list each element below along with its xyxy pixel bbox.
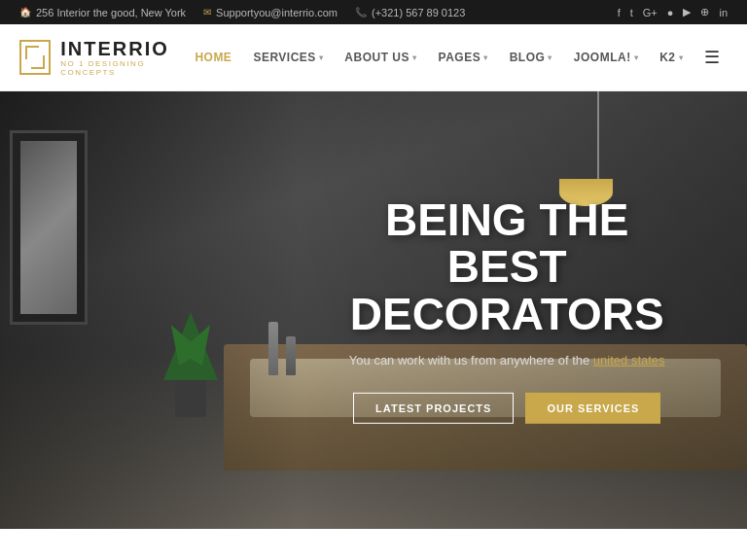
welcome-block: WELCOME TO INTERIOR [27, 556, 292, 560]
top-bar: 🏠 256 Interior the good, New York ✉ Supp… [0, 0, 747, 24]
email-text: Supportyou@interrio.com [216, 7, 338, 18]
logo-icon [19, 40, 51, 75]
logo-tagline: NO 1 DESIGNING CONCEPTS [60, 59, 187, 77]
services-dropdown-arrow: ▾ [319, 53, 324, 62]
nav-item-about[interactable]: ABOUT US ▾ [337, 45, 424, 70]
hamburger-menu[interactable]: ☰ [696, 43, 728, 72]
blog-dropdown-arrow: ▾ [548, 53, 552, 62]
address-text: 256 Interior the good, New York [36, 7, 186, 18]
nav-item-services[interactable]: SERVICES ▾ [245, 45, 331, 70]
hero-buttons: LATEST PROJECTS OUR SERVICES [341, 393, 672, 424]
welcome-title: WELCOME TO INTERIOR [27, 556, 292, 560]
hero-artwork-frame [10, 130, 88, 325]
about-dropdown-arrow: ▾ [412, 53, 417, 62]
hero-light-fixture [585, 91, 613, 206]
nav-item-joomla[interactable]: JOOMLA! ▾ [566, 45, 646, 70]
top-bar-left: 🏠 256 Interior the good, New York ✉ Supp… [19, 7, 465, 18]
logo: INTERRIO NO 1 DESIGNING CONCEPTS [19, 38, 187, 77]
nav-item-k2[interactable]: K2 ▾ [652, 45, 691, 70]
phone-icon: 📞 [355, 7, 367, 18]
phone-text: (+321) 567 89 0123 [372, 7, 465, 18]
hero-vase-short [286, 336, 296, 375]
social-facebook[interactable]: f [618, 7, 621, 18]
email-icon: ✉ [203, 7, 211, 18]
social-google-plus[interactable]: G+ [643, 7, 658, 18]
joomla-dropdown-arrow: ▾ [634, 53, 639, 62]
top-bar-address: 🏠 256 Interior the good, New York [19, 7, 186, 18]
nav-item-blog[interactable]: BLOG ▾ [502, 45, 560, 70]
nav-item-home[interactable]: HOME [187, 45, 239, 70]
welcome-section: WELCOME TO INTERIOR ∧ [0, 529, 747, 560]
hero-subtitle: You can work with us from anywhere of th… [341, 351, 672, 370]
k2-dropdown-arrow: ▾ [679, 53, 684, 62]
hero-subtitle-link[interactable]: united states [593, 353, 665, 368]
pages-dropdown-arrow: ▾ [483, 53, 488, 62]
top-bar-phone: 📞 (+321) 567 89 0123 [355, 7, 465, 18]
hero-vase-tall [268, 322, 278, 375]
nav-item-pages[interactable]: PAGES ▾ [431, 45, 496, 70]
hero-title: BEING THE BEST DECORATORS [341, 196, 672, 337]
address-icon: 🏠 [19, 7, 31, 18]
top-bar-socials: f t G+ ● ▶ ⊕ in [618, 6, 728, 18]
social-pinterest[interactable]: ● [667, 7, 674, 18]
social-linkedin[interactable]: in [719, 7, 728, 18]
header: INTERRIO NO 1 DESIGNING CONCEPTS HOME SE… [0, 24, 747, 91]
social-twitter[interactable]: t [630, 7, 633, 18]
hero-content: BEING THE BEST DECORATORS You can work w… [341, 196, 672, 424]
main-nav: HOME SERVICES ▾ ABOUT US ▾ PAGES ▾ BLOG … [187, 43, 728, 72]
latest-projects-button[interactable]: LATEST PROJECTS [353, 393, 514, 424]
social-youtube[interactable]: ▶ [683, 6, 691, 18]
logo-name: INTERRIO [60, 38, 187, 59]
social-rss[interactable]: ⊕ [700, 6, 709, 18]
hero-section: BEING THE BEST DECORATORS You can work w… [0, 91, 747, 529]
logo-text: INTERRIO NO 1 DESIGNING CONCEPTS [60, 38, 187, 77]
our-services-button[interactable]: OUR SERVICES [525, 393, 660, 424]
top-bar-email[interactable]: ✉ Supportyou@interrio.com [203, 7, 338, 18]
